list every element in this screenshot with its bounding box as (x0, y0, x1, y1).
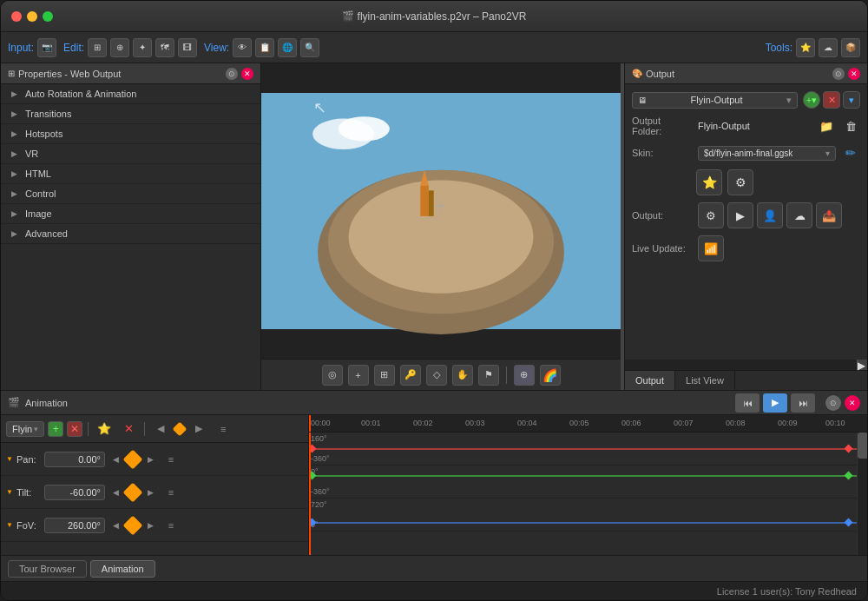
preview-key-btn[interactable]: 🔑 (400, 365, 421, 386)
track-pan-lines-btn[interactable]: ≡ (161, 449, 181, 470)
track-pan-fwd-btn[interactable]: ▶ (143, 452, 157, 466)
anim-remove-track-btn[interactable]: ✕ (67, 421, 82, 437)
edit-btn-2[interactable]: ⊕ (110, 38, 129, 57)
skin-edit-btn[interactable]: ✏ (841, 143, 860, 162)
animation-name-dropdown[interactable]: Flyin ▾ (6, 421, 44, 437)
output-folder-clear-btn[interactable]: 🗑 (841, 116, 860, 135)
output-add-btn[interactable]: +▾ (803, 91, 820, 109)
anim-panel-popout-btn[interactable]: ⊙ (825, 395, 841, 411)
panel-popout-btn[interactable]: ⊙ (226, 68, 238, 80)
view-btn-3[interactable]: 🌐 (278, 38, 297, 57)
tab-tour-browser[interactable]: Tour Browser (8, 560, 87, 578)
output-name-dropdown[interactable]: 🖥 Flyin-Output ▾ (632, 92, 798, 109)
timeline-tracks-container[interactable]: 160° -360° 0° -360° (309, 433, 867, 555)
output-export-btn[interactable]: ▾ (843, 91, 860, 109)
prop-item-transitions[interactable]: ▶ Transitions (1, 104, 260, 124)
tab-animation[interactable]: Animation (90, 560, 155, 578)
timeline-track-pan[interactable]: 160° -360° (309, 433, 867, 466)
view-label: View: (204, 42, 229, 54)
animation-title: 🎬 Animation (8, 397, 68, 408)
scroll-arrow[interactable]: ▶ (857, 360, 867, 370)
view-btn-2[interactable]: 📋 (255, 38, 274, 57)
track-tilt-fwd-btn[interactable]: ▶ (143, 485, 157, 499)
preview-area[interactable]: ↖ (261, 63, 621, 359)
anim-fwd-btn[interactable]: ▶ (188, 419, 209, 439)
output-remove-btn[interactable]: ✕ (823, 91, 840, 109)
output-type-play-btn[interactable]: ▶ (727, 202, 753, 228)
live-update-label: Live Update: (632, 243, 693, 254)
anim-key-diamond[interactable] (173, 421, 187, 436)
track-fov-fwd-btn[interactable]: ▶ (143, 518, 157, 532)
skin-dropdown[interactable]: $d/flyin-anim-final.ggsk ▾ (698, 146, 836, 161)
timeline-track-fov[interactable]: 720° 0° (309, 499, 867, 532)
tab-list-view[interactable]: List View (675, 371, 735, 390)
track-tilt-back-btn[interactable]: ◀ (108, 485, 122, 499)
anim-cross-btn[interactable]: ✕ (118, 419, 139, 439)
preview-hand-btn[interactable]: ✋ (452, 365, 473, 386)
output-type-web-btn[interactable]: ⚙ (698, 202, 724, 228)
anim-star-btn[interactable]: ⭐ (94, 419, 115, 439)
output-scrollbar[interactable]: ▶ (625, 360, 867, 370)
track-tilt-input[interactable] (44, 485, 105, 500)
edit-btn-5[interactable]: 🎞 (178, 38, 197, 57)
edit-btn-4[interactable]: 🗺 (155, 38, 174, 57)
track-fov-lines-btn[interactable]: ≡ (161, 515, 181, 536)
track-pan-key-btn[interactable] (123, 449, 143, 469)
panel-close-btn[interactable]: ✕ (241, 68, 253, 80)
live-update-btn[interactable]: 📶 (698, 235, 724, 261)
preview-color-btn[interactable]: 🌈 (540, 365, 561, 386)
track-fov-input[interactable] (44, 518, 105, 533)
maximize-button[interactable] (43, 11, 53, 22)
minimize-button[interactable] (27, 11, 37, 22)
prop-item-auto-rotation[interactable]: ▶ Auto Rotation & Animation (1, 84, 260, 104)
preview-add-btn[interactable]: + (348, 365, 369, 386)
view-btn-4[interactable]: 🔍 (300, 38, 319, 57)
preview-grid-btn[interactable]: ⊞ (374, 365, 395, 386)
tab-output[interactable]: Output (625, 371, 675, 390)
anim-skip-forward-btn[interactable]: ⏭ (791, 393, 815, 413)
prop-item-control[interactable]: ▶ Control (1, 184, 260, 204)
anim-back-btn[interactable]: ◀ (150, 419, 171, 439)
track-fov-back-btn[interactable]: ◀ (108, 518, 122, 532)
timeline-track-tilt[interactable]: 0° -360° (309, 466, 867, 499)
tools-btn-1[interactable]: ⭐ (796, 38, 815, 57)
track-fov-key-btn[interactable] (123, 515, 143, 535)
output-type-upload-btn[interactable]: 📤 (816, 202, 842, 228)
edit-btn-3[interactable]: ✦ (133, 38, 152, 57)
close-button[interactable] (11, 11, 22, 22)
anim-panel-close-btn[interactable]: ✕ (845, 395, 860, 411)
anim-add-track-btn[interactable]: + (48, 421, 63, 437)
output-close-btn[interactable]: ✕ (848, 68, 860, 80)
preview-target-btn[interactable]: ⊕ (514, 365, 535, 386)
input-btn-1[interactable]: 📷 (37, 38, 56, 57)
skin-star-btn[interactable]: ⭐ (696, 169, 722, 195)
prop-item-advanced[interactable]: ▶ Advanced (1, 224, 260, 244)
timeline-ruler[interactable]: 00:00 00:01 00:02 00:03 00:04 00:05 00:0… (309, 415, 867, 433)
preview-shape-btn[interactable]: ◇ (426, 365, 447, 386)
anim-skip-back-btn[interactable]: ⏮ (735, 393, 760, 413)
output-type-person-btn[interactable]: 👤 (757, 202, 783, 228)
track-pan-back-btn[interactable]: ◀ (108, 452, 122, 466)
tools-btn-3[interactable]: 📦 (841, 38, 860, 57)
skin-settings-btn[interactable]: ⚙ (727, 169, 753, 195)
anim-play-btn[interactable]: ▶ (763, 393, 787, 413)
preview-compass-btn[interactable]: ◎ (322, 365, 343, 386)
output-folder-browse-btn[interactable]: 📁 (817, 116, 836, 135)
svg-rect-6 (429, 190, 434, 216)
prop-item-image[interactable]: ▶ Image (1, 204, 260, 224)
prop-item-hotspots[interactable]: ▶ Hotspots (1, 124, 260, 144)
view-btn-1[interactable]: 👁 (233, 38, 252, 57)
track-tilt-key-btn[interactable] (123, 482, 143, 502)
preview-flag-btn[interactable]: ⚑ (478, 365, 499, 386)
tools-btn-2[interactable]: ☁ (819, 38, 838, 57)
prop-item-html[interactable]: ▶ HTML (1, 164, 260, 184)
output-type-cloud-btn[interactable]: ☁ (786, 202, 812, 228)
edit-btn-1[interactable]: ⊞ (88, 38, 107, 57)
timeline-scrollbar-thumb[interactable] (858, 433, 867, 459)
track-tilt-lines-btn[interactable]: ≡ (161, 482, 181, 503)
timeline-scrollbar[interactable] (857, 433, 867, 555)
output-popout-btn[interactable]: ⊙ (832, 68, 845, 80)
prop-item-vr[interactable]: ▶ VR (1, 144, 260, 164)
anim-lines-btn[interactable]: ≡ (213, 419, 233, 439)
track-pan-input[interactable] (44, 452, 105, 467)
